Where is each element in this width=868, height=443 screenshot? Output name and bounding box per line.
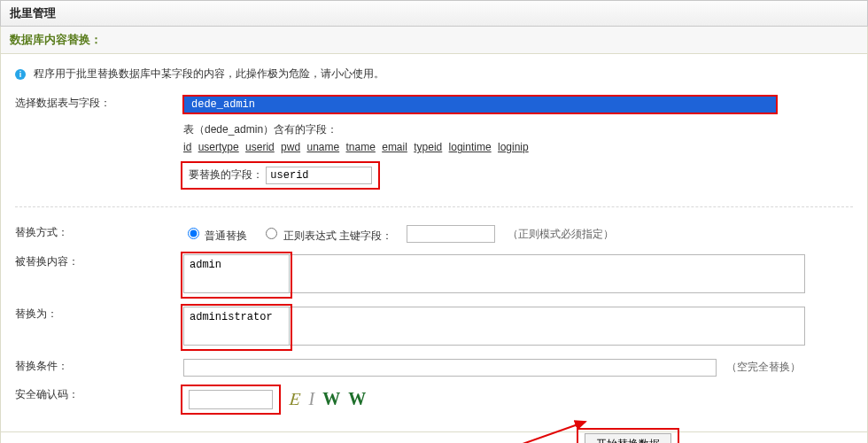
field-to-replace-group: 要替换的字段： (183, 164, 377, 187)
pk-field-input[interactable] (407, 225, 495, 243)
field-link[interactable]: tname (346, 141, 376, 153)
captcha-image: E I W W (290, 389, 368, 409)
label-captcha: 安全确认码： (12, 382, 180, 417)
radio-regex-label[interactable]: 正则表达式 主键字段： (261, 225, 392, 244)
captcha-input[interactable] (189, 390, 273, 409)
captcha-char: E (289, 389, 304, 409)
radio-regex-text: 正则表达式 主键字段： (283, 229, 392, 242)
radio-normal-text: 普通替换 (205, 229, 247, 242)
page-title: 批里管理 (0, 0, 868, 27)
field-link[interactable]: uname (306, 141, 339, 153)
field-link[interactable]: logintime (449, 141, 492, 153)
field-link[interactable]: pwd (281, 141, 300, 153)
src-textarea[interactable] (183, 254, 290, 293)
replace-mode-row: 普通替换 正则表达式 主键字段： （正则模式必须指定） (183, 225, 853, 244)
field-to-replace-label: 要替换的字段： (189, 168, 263, 181)
warning-row: i 程序用于批里替换数据库中某字段的内容，此操作极为危险，请小心使用。 (12, 63, 856, 90)
captcha-char: I (309, 389, 317, 408)
field-link[interactable]: email (382, 141, 407, 153)
radio-regex[interactable] (266, 228, 277, 239)
label-condition: 替换条件： (12, 354, 180, 382)
captcha-char: W (348, 389, 368, 408)
submit-button[interactable]: 开始替换数据 (585, 433, 671, 443)
field-link[interactable]: id (183, 141, 191, 153)
condition-hint: （空完全替换） (726, 361, 801, 373)
field-link[interactable]: userid (245, 141, 275, 153)
captcha-char: W (322, 389, 342, 408)
submit-row: 开始替换数据 (0, 432, 868, 443)
warning-text: 程序用于批里替换数据库中某字段的内容，此操作极为危险，请小心使用。 (34, 67, 384, 80)
dst-textarea[interactable] (183, 307, 290, 346)
form-container: i 程序用于批里替换数据库中某字段的内容，此操作极为危险，请小心使用。 选择数据… (0, 54, 868, 432)
dst-textarea-ext[interactable] (290, 307, 805, 346)
label-src: 被替换内容： (12, 249, 180, 301)
radio-normal[interactable] (188, 228, 199, 239)
condition-input[interactable] (183, 359, 717, 377)
field-to-replace-input[interactable] (266, 167, 372, 184)
field-link[interactable]: loginip (498, 141, 529, 153)
field-link[interactable]: typeid (414, 141, 442, 153)
label-select-table: 选择数据表与字段： (12, 90, 180, 192)
table-fields-desc: 表（dede_admin）含有的字段： id usertype userid p… (183, 120, 853, 157)
label-replace-mode: 替换方式： (12, 220, 180, 249)
label-dst: 替换为： (12, 301, 180, 354)
table-select[interactable]: dede_admin (183, 96, 777, 113)
fields-prefix: 表（dede_admin）含有的字段： (183, 120, 853, 138)
radio-normal-label[interactable]: 普通替换 (183, 225, 247, 244)
section-title: 数据库内容替换： (0, 27, 868, 54)
field-link[interactable]: usertype (198, 141, 239, 153)
table-select-value: dede_admin (191, 98, 255, 111)
src-textarea-ext[interactable] (290, 254, 805, 293)
regex-hint: （正则模式必须指定） (508, 227, 614, 242)
info-icon: i (15, 69, 26, 80)
